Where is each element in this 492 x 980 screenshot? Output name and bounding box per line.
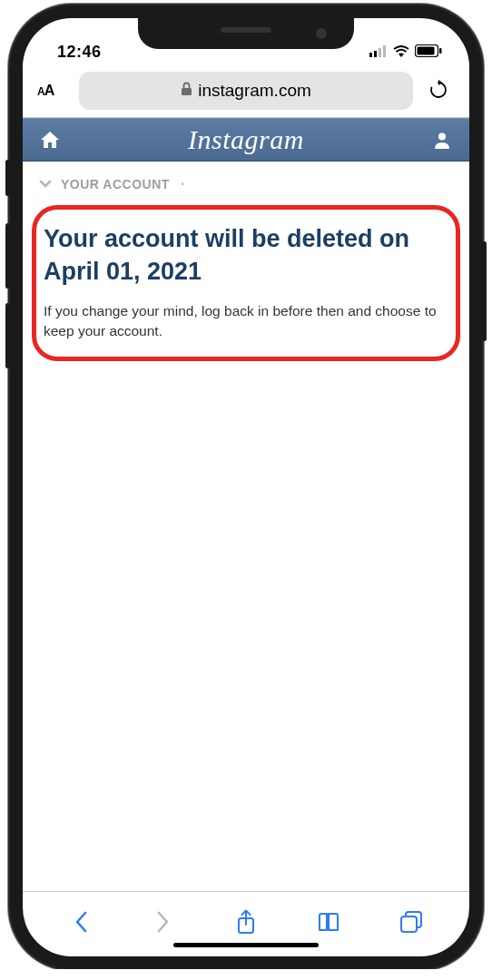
text-size-button[interactable]: AA	[37, 83, 70, 99]
safari-address-bar: AA instagram.com	[23, 64, 469, 118]
status-time: 12:46	[57, 43, 102, 62]
breadcrumb[interactable]: YOUR ACCOUNT ·	[23, 162, 469, 203]
volume-mute-switch	[5, 160, 10, 196]
breadcrumb-label: YOUR ACCOUNT	[61, 177, 170, 191]
forward-button	[145, 910, 182, 934]
instagram-logo[interactable]: Instagram	[188, 124, 304, 155]
speaker-grille	[221, 27, 271, 33]
svg-rect-7	[182, 88, 192, 95]
svg-rect-2	[379, 48, 381, 57]
status-indicators	[369, 43, 442, 62]
svg-rect-1	[374, 51, 377, 57]
profile-icon[interactable]	[431, 131, 453, 149]
content-area	[23, 361, 469, 891]
power-button	[482, 241, 487, 341]
svg-point-8	[438, 133, 446, 141]
tabs-button[interactable]	[393, 910, 429, 934]
home-icon[interactable]	[39, 131, 61, 149]
instagram-header: Instagram	[23, 118, 469, 162]
svg-rect-6	[439, 48, 442, 54]
home-indicator[interactable]	[173, 943, 319, 947]
highlight-annotation: Your account will be deleted on April 01…	[32, 205, 460, 361]
url-field[interactable]: instagram.com	[79, 72, 413, 110]
svg-rect-5	[418, 47, 435, 55]
bookmarks-button[interactable]	[310, 911, 347, 933]
svg-rect-0	[369, 53, 372, 57]
refresh-button[interactable]	[422, 80, 455, 102]
phone-screen: 12:46 AA instagram.com	[23, 18, 469, 956]
volume-down-button	[5, 303, 10, 368]
wifi-icon	[393, 43, 409, 62]
battery-icon	[415, 43, 442, 62]
back-button[interactable]	[63, 910, 99, 934]
chevron-down-icon	[39, 177, 52, 191]
url-text: instagram.com	[198, 81, 311, 101]
account-deletion-body: If you change your mind, log back in bef…	[44, 301, 448, 342]
svg-rect-3	[383, 45, 386, 57]
account-deletion-heading: Your account will be deleted on April 01…	[44, 222, 448, 289]
volume-up-button	[5, 223, 10, 289]
svg-rect-11	[401, 916, 417, 932]
cellular-icon	[369, 43, 388, 62]
share-button[interactable]	[228, 909, 264, 935]
lock-icon	[181, 81, 192, 101]
breadcrumb-separator: ·	[181, 176, 185, 192]
front-camera	[316, 28, 327, 39]
phone-frame: 12:46 AA instagram.com	[10, 5, 482, 969]
notch	[138, 18, 354, 49]
